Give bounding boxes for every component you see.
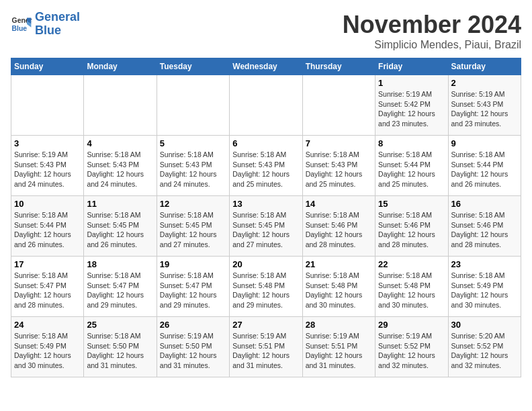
- day-number: 5: [160, 138, 226, 148]
- day-info: Sunrise: 5:18 AM Sunset: 5:48 PM Dayligh…: [306, 271, 372, 310]
- day-info: Sunrise: 5:18 AM Sunset: 5:45 PM Dayligh…: [87, 210, 153, 250]
- day-cell: 18Sunrise: 5:18 AM Sunset: 5:47 PM Dayli…: [84, 257, 157, 317]
- day-cell: 4Sunrise: 5:18 AM Sunset: 5:43 PM Daylig…: [84, 136, 157, 196]
- logo-line1: General: [35, 10, 80, 24]
- header-day-friday: Friday: [375, 58, 448, 75]
- day-cell: 26Sunrise: 5:19 AM Sunset: 5:50 PM Dayli…: [157, 317, 229, 377]
- day-info: Sunrise: 5:18 AM Sunset: 5:48 PM Dayligh…: [232, 271, 299, 310]
- day-cell: 30Sunrise: 5:20 AM Sunset: 5:52 PM Dayli…: [448, 317, 521, 377]
- day-info: Sunrise: 5:18 AM Sunset: 5:46 PM Dayligh…: [306, 210, 372, 250]
- day-cell: 5Sunrise: 5:18 AM Sunset: 5:43 PM Daylig…: [157, 136, 229, 196]
- day-number: 1: [378, 78, 445, 88]
- week-row-1: 1Sunrise: 5:19 AM Sunset: 5:42 PM Daylig…: [11, 75, 521, 136]
- day-cell: 6Sunrise: 5:18 AM Sunset: 5:43 PM Daylig…: [230, 136, 302, 196]
- month-title: November 2024: [343, 11, 521, 39]
- day-cell: 28Sunrise: 5:19 AM Sunset: 5:51 PM Dayli…: [302, 317, 375, 377]
- day-cell: 19Sunrise: 5:18 AM Sunset: 5:47 PM Dayli…: [157, 257, 229, 317]
- logo-text: General Blue: [35, 11, 80, 38]
- day-cell: 27Sunrise: 5:19 AM Sunset: 5:51 PM Dayli…: [230, 317, 302, 377]
- day-number: 3: [14, 138, 81, 148]
- day-number: 11: [87, 199, 153, 209]
- day-info: Sunrise: 5:18 AM Sunset: 5:48 PM Dayligh…: [378, 271, 445, 310]
- header-day-saturday: Saturday: [448, 58, 521, 75]
- day-info: Sunrise: 5:19 AM Sunset: 5:52 PM Dayligh…: [378, 331, 445, 371]
- day-number: 9: [451, 138, 518, 148]
- day-number: 24: [14, 320, 81, 330]
- day-number: 30: [451, 320, 518, 330]
- day-info: Sunrise: 5:19 AM Sunset: 5:43 PM Dayligh…: [451, 89, 518, 129]
- day-number: 29: [378, 320, 445, 330]
- day-cell: 1Sunrise: 5:19 AM Sunset: 5:42 PM Daylig…: [375, 75, 448, 136]
- day-cell: 7Sunrise: 5:18 AM Sunset: 5:43 PM Daylig…: [302, 136, 375, 196]
- day-info: Sunrise: 5:18 AM Sunset: 5:46 PM Dayligh…: [378, 210, 445, 250]
- day-info: Sunrise: 5:18 AM Sunset: 5:45 PM Dayligh…: [160, 210, 226, 250]
- day-cell: 11Sunrise: 5:18 AM Sunset: 5:45 PM Dayli…: [84, 196, 157, 257]
- location-title: Simplicio Mendes, Piaui, Brazil: [343, 39, 521, 51]
- day-cell: 17Sunrise: 5:18 AM Sunset: 5:47 PM Dayli…: [11, 257, 84, 317]
- day-info: Sunrise: 5:20 AM Sunset: 5:52 PM Dayligh…: [451, 331, 518, 371]
- day-number: 28: [306, 320, 372, 330]
- day-cell: 23Sunrise: 5:18 AM Sunset: 5:49 PM Dayli…: [448, 257, 521, 317]
- day-cell: [302, 75, 375, 136]
- day-number: 25: [87, 320, 153, 330]
- day-number: 19: [160, 259, 226, 269]
- day-info: Sunrise: 5:18 AM Sunset: 5:43 PM Dayligh…: [160, 150, 226, 189]
- header-day-thursday: Thursday: [302, 58, 375, 75]
- day-info: Sunrise: 5:18 AM Sunset: 5:43 PM Dayligh…: [232, 150, 299, 189]
- day-cell: 21Sunrise: 5:18 AM Sunset: 5:48 PM Dayli…: [302, 257, 375, 317]
- day-info: Sunrise: 5:18 AM Sunset: 5:44 PM Dayligh…: [451, 150, 518, 189]
- day-cell: 15Sunrise: 5:18 AM Sunset: 5:46 PM Dayli…: [375, 196, 448, 257]
- day-cell: [230, 75, 302, 136]
- day-info: Sunrise: 5:18 AM Sunset: 5:44 PM Dayligh…: [14, 210, 81, 250]
- title-area: November 2024 Simplicio Mendes, Piaui, B…: [343, 11, 521, 51]
- day-cell: 9Sunrise: 5:18 AM Sunset: 5:44 PM Daylig…: [448, 136, 521, 196]
- week-row-2: 3Sunrise: 5:19 AM Sunset: 5:43 PM Daylig…: [11, 136, 521, 196]
- header: General Blue General Blue November 2024 …: [11, 11, 521, 51]
- day-info: Sunrise: 5:18 AM Sunset: 5:47 PM Dayligh…: [160, 271, 226, 310]
- day-info: Sunrise: 5:18 AM Sunset: 5:43 PM Dayligh…: [87, 150, 153, 189]
- week-row-3: 10Sunrise: 5:18 AM Sunset: 5:44 PM Dayli…: [11, 196, 521, 257]
- day-number: 13: [232, 199, 299, 209]
- day-number: 14: [306, 199, 372, 209]
- logo: General Blue General Blue: [11, 11, 80, 38]
- day-number: 21: [306, 259, 372, 269]
- day-number: 6: [232, 138, 299, 148]
- day-number: 2: [451, 78, 518, 88]
- day-number: 7: [306, 138, 372, 148]
- day-cell: 2Sunrise: 5:19 AM Sunset: 5:43 PM Daylig…: [448, 75, 521, 136]
- day-cell: 16Sunrise: 5:18 AM Sunset: 5:46 PM Dayli…: [448, 196, 521, 257]
- day-number: 15: [378, 199, 445, 209]
- day-number: 12: [160, 199, 226, 209]
- day-info: Sunrise: 5:19 AM Sunset: 5:42 PM Dayligh…: [378, 89, 445, 129]
- day-number: 22: [378, 259, 445, 269]
- calendar-header: SundayMondayTuesdayWednesdayThursdayFrid…: [11, 58, 521, 75]
- header-day-sunday: Sunday: [11, 58, 84, 75]
- day-number: 10: [14, 199, 81, 209]
- header-row: SundayMondayTuesdayWednesdayThursdayFrid…: [11, 58, 521, 75]
- calendar-table: SundayMondayTuesdayWednesdayThursdayFrid…: [11, 58, 521, 377]
- day-info: Sunrise: 5:18 AM Sunset: 5:47 PM Dayligh…: [87, 271, 153, 310]
- day-number: 4: [87, 138, 153, 148]
- header-day-wednesday: Wednesday: [230, 58, 302, 75]
- day-cell: 10Sunrise: 5:18 AM Sunset: 5:44 PM Dayli…: [11, 196, 84, 257]
- day-cell: 25Sunrise: 5:18 AM Sunset: 5:50 PM Dayli…: [84, 317, 157, 377]
- day-number: 26: [160, 320, 226, 330]
- week-row-4: 17Sunrise: 5:18 AM Sunset: 5:47 PM Dayli…: [11, 257, 521, 317]
- day-cell: 3Sunrise: 5:19 AM Sunset: 5:43 PM Daylig…: [11, 136, 84, 196]
- day-cell: 22Sunrise: 5:18 AM Sunset: 5:48 PM Dayli…: [375, 257, 448, 317]
- day-info: Sunrise: 5:18 AM Sunset: 5:43 PM Dayligh…: [306, 150, 372, 189]
- logo-line2: Blue: [35, 24, 61, 37]
- day-cell: 20Sunrise: 5:18 AM Sunset: 5:48 PM Dayli…: [230, 257, 302, 317]
- day-info: Sunrise: 5:18 AM Sunset: 5:49 PM Dayligh…: [451, 271, 518, 310]
- day-cell: 24Sunrise: 5:18 AM Sunset: 5:49 PM Dayli…: [11, 317, 84, 377]
- day-cell: 29Sunrise: 5:19 AM Sunset: 5:52 PM Dayli…: [375, 317, 448, 377]
- day-number: 18: [87, 259, 153, 269]
- logo-icon: General Blue: [11, 13, 32, 35]
- day-info: Sunrise: 5:18 AM Sunset: 5:49 PM Dayligh…: [14, 331, 81, 371]
- day-info: Sunrise: 5:18 AM Sunset: 5:50 PM Dayligh…: [87, 331, 153, 371]
- day-info: Sunrise: 5:19 AM Sunset: 5:50 PM Dayligh…: [160, 331, 226, 371]
- calendar-body: 1Sunrise: 5:19 AM Sunset: 5:42 PM Daylig…: [11, 75, 521, 377]
- day-number: 16: [451, 199, 518, 209]
- day-info: Sunrise: 5:18 AM Sunset: 5:44 PM Dayligh…: [378, 150, 445, 189]
- day-number: 8: [378, 138, 445, 148]
